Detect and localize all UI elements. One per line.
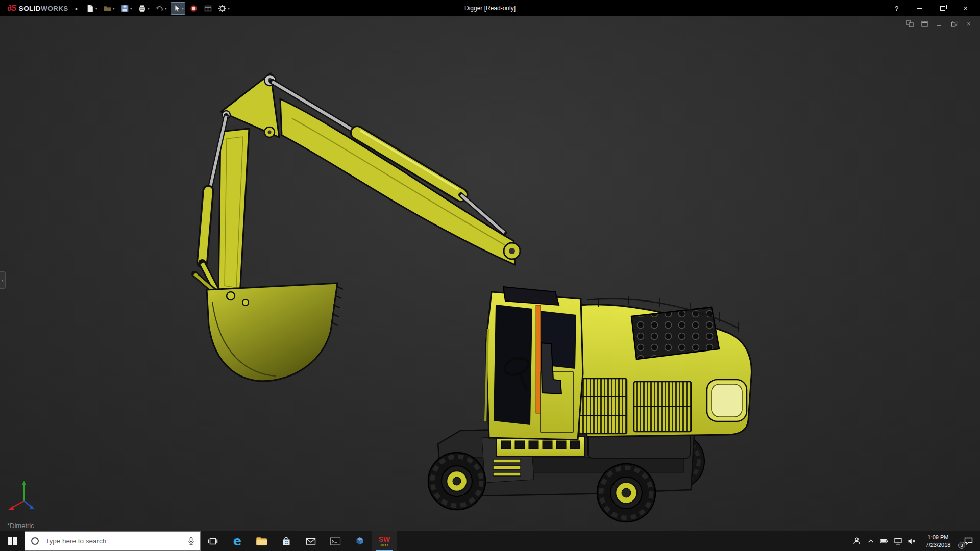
network-button[interactable]	[891, 531, 905, 551]
undo-button[interactable]: ▾	[154, 2, 168, 15]
restore-icon	[940, 6, 945, 11]
restore-button[interactable]	[931, 0, 954, 16]
network-icon	[894, 537, 902, 545]
minimize-button[interactable]	[908, 0, 931, 16]
doc-new-window-button[interactable]	[904, 19, 915, 28]
battery-icon	[880, 537, 889, 545]
print-dropdown-icon[interactable]: ▾	[148, 6, 150, 11]
battery-button[interactable]	[877, 531, 891, 551]
windows-taskbar: e SW 2017	[0, 531, 980, 551]
cab-windshield[interactable]	[494, 305, 532, 424]
evaluate-button[interactable]	[202, 2, 214, 15]
taskbar-clock[interactable]: 1:09 PM 7/23/2018	[919, 534, 958, 548]
edge-icon: e	[233, 535, 241, 547]
apps-button[interactable]	[188, 2, 200, 15]
doc-cascade-button[interactable]	[919, 19, 929, 28]
cab[interactable]	[485, 287, 583, 440]
view-orientation-label: *Dimetric	[7, 522, 34, 530]
excavator-model[interactable]	[0, 16, 980, 531]
minimize-icon	[917, 8, 922, 9]
taskbar-app-terminal[interactable]	[323, 531, 348, 551]
start-button[interactable]	[0, 531, 24, 551]
undo-arrow-icon	[155, 4, 164, 13]
doc-minimize-button[interactable]	[934, 19, 944, 28]
volume-muted-icon	[908, 537, 917, 545]
dipper-arm[interactable]	[218, 129, 249, 295]
windows-logo-icon	[8, 537, 17, 545]
select-cursor-icon	[173, 4, 181, 13]
titlebar: ∂S SOLIDWORKS ▸ ▾ ▾ ▾ ▾ ▾ ▾	[0, 0, 980, 16]
taskbar-app-solidworks[interactable]: SW 2017	[372, 531, 397, 551]
document-window-controls: ×	[904, 19, 974, 28]
gear-icon	[218, 4, 227, 13]
doc-restore-button[interactable]	[949, 19, 959, 28]
open-folder-icon	[103, 4, 112, 13]
table-grid-icon	[204, 4, 212, 13]
front-left-wheel[interactable]	[428, 453, 485, 510]
cube-icon	[355, 536, 365, 546]
store-icon	[281, 536, 291, 546]
taskbar-app-edge[interactable]: e	[225, 531, 250, 551]
printer-icon	[138, 4, 146, 13]
doc-close-button[interactable]: ×	[964, 19, 974, 28]
action-center-button[interactable]: 3	[958, 531, 979, 551]
new-document-icon	[86, 4, 94, 13]
terminal-icon	[330, 537, 341, 546]
graphics-viewport[interactable]: × ‹ *Dimetric	[0, 16, 980, 531]
task-view-button[interactable]	[201, 531, 225, 551]
orientation-triad	[8, 481, 34, 510]
new-document-button[interactable]: ▾	[84, 2, 99, 15]
menu-expand-arrow-icon[interactable]: ▸	[76, 6, 78, 11]
notification-badge: 3	[958, 542, 965, 549]
open-dropdown-icon[interactable]: ▾	[113, 6, 115, 11]
clock-time: 1:09 PM	[920, 534, 957, 541]
taskbar-app-mail[interactable]	[299, 531, 323, 551]
solidworks-2017-icon: SW 2017	[379, 536, 390, 547]
boom-pivot[interactable]	[504, 243, 520, 259]
people-icon	[852, 537, 861, 545]
task-view-icon	[208, 537, 218, 546]
search-input[interactable]	[24, 531, 201, 551]
taskbar-search	[24, 531, 201, 551]
volume-button[interactable]	[905, 531, 919, 551]
solidworks-logo-glyph: ∂S	[7, 3, 16, 13]
taskbar-app-file-explorer[interactable]	[250, 531, 274, 551]
options-button[interactable]: ▾	[216, 2, 231, 15]
apps-icon	[189, 4, 198, 13]
bucket[interactable]	[207, 283, 343, 381]
open-document-button[interactable]: ▾	[102, 2, 116, 15]
quick-toolbar: ▾ ▾ ▾ ▾ ▾ ▾ ▾	[84, 2, 231, 15]
taskbar-app-edrawings[interactable]	[348, 531, 372, 551]
window-controls: ? ×	[885, 0, 977, 16]
undo-dropdown-icon[interactable]: ▾	[165, 6, 167, 11]
hidden-icons-button[interactable]	[864, 531, 877, 551]
chevron-up-icon	[867, 538, 874, 545]
taskbar-app-store[interactable]	[274, 531, 299, 551]
people-button[interactable]	[850, 531, 864, 551]
options-dropdown-icon[interactable]: ▾	[228, 6, 230, 11]
solidworks-logo: ∂S SOLIDWORKS	[3, 3, 72, 13]
close-button[interactable]: ×	[954, 0, 977, 16]
select-tool-button[interactable]: ▾	[171, 2, 185, 15]
rear-near-wheel[interactable]	[597, 464, 655, 522]
save-button[interactable]: ▾	[119, 2, 134, 15]
mail-icon	[305, 537, 316, 546]
solidworks-wordmark: SOLIDWORKS	[19, 5, 68, 12]
help-button[interactable]: ?	[885, 0, 908, 16]
bucket-cylinder-top[interactable]	[272, 82, 504, 233]
cab-steps	[493, 459, 521, 476]
clock-date: 7/23/2018	[920, 541, 957, 548]
engine-grilles[interactable]	[564, 379, 691, 434]
feature-tree-flyout-tab[interactable]: ‹	[0, 271, 6, 289]
select-dropdown-icon[interactable]: ▾	[182, 6, 184, 11]
microphone-icon[interactable]	[187, 537, 195, 547]
boom-arm[interactable]	[280, 99, 515, 265]
file-explorer-icon	[256, 536, 268, 546]
rear-window-panel[interactable]	[707, 380, 747, 421]
new-document-dropdown-icon[interactable]: ▾	[95, 6, 97, 11]
save-dropdown-icon[interactable]: ▾	[130, 6, 132, 11]
system-tray: 1:09 PM 7/23/2018 3	[850, 531, 980, 551]
save-floppy-icon	[120, 4, 129, 13]
print-button[interactable]: ▾	[136, 2, 151, 15]
